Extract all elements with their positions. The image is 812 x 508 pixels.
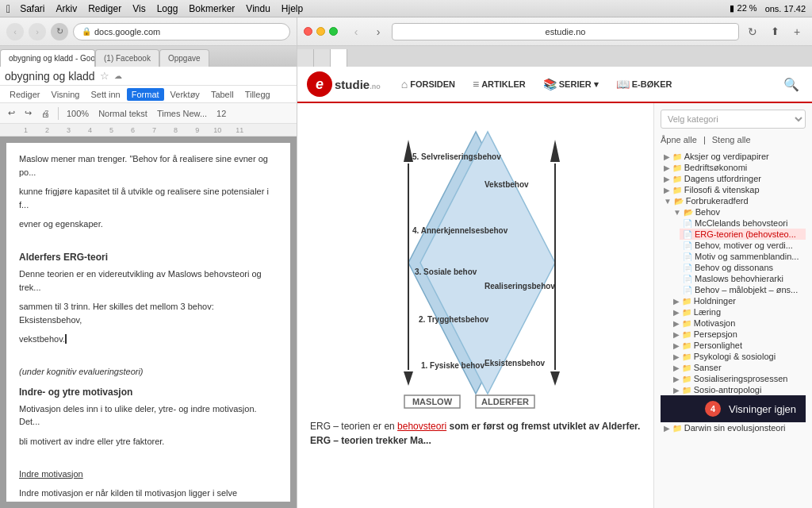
safari-reload-button[interactable]: ↻ [744, 23, 761, 40]
redo-btn[interactable]: ↪ [21, 106, 35, 120]
close-all-link[interactable]: Steng alle [712, 135, 751, 144]
tree-behov[interactable]: ▼ 📂 Behov [670, 206, 806, 217]
reload-button[interactable]: ↻ [51, 23, 68, 40]
menu-verktoy[interactable]: Verktøy [166, 88, 205, 101]
heading-indre: Indre motivasjon [19, 468, 278, 481]
battery-icon: ▮ 22 % [730, 3, 756, 13]
menu-logg[interactable]: Logg [157, 3, 178, 14]
tab-gdocs[interactable]: obygning og kladd - Google Doku... [0, 49, 95, 67]
zoom-select[interactable]: 100% [63, 107, 92, 120]
menu-vindu[interactable]: Vindu [246, 3, 270, 14]
tab-oppbygning[interactable] [314, 49, 331, 67]
tab-oppgave[interactable]: Oppgave [159, 49, 209, 67]
caption-behovsteori-link[interactable]: behovsteori [397, 421, 446, 432]
tree-holdninger-label: Holdninger [694, 296, 736, 306]
menu-rediger[interactable]: Rediger [5, 88, 45, 101]
menu-rediger[interactable]: Rediger [88, 3, 121, 14]
menu-sett-inn[interactable]: Sett inn [86, 88, 124, 101]
menu-tillegg[interactable]: Tillegg [240, 88, 275, 101]
back-button[interactable]: ‹ [6, 23, 24, 40]
tree-holdninger[interactable]: ▶ 📁 Holdninger [670, 295, 806, 306]
font-select[interactable]: Times New... [154, 107, 210, 120]
menu-safari[interactable]: Safari [20, 3, 44, 14]
maximize-window-button[interactable] [329, 27, 338, 36]
nav-artikler[interactable]: ≡ ARTIKLER [465, 75, 534, 94]
close-window-button[interactable] [304, 27, 312, 36]
tree-motivasjon[interactable]: ▶ 📁 Motivasjon [670, 318, 806, 329]
menu-tabell[interactable]: Tabell [206, 88, 239, 101]
minimize-window-button[interactable] [316, 27, 325, 36]
notification-text[interactable]: Visninger igjen [729, 403, 796, 415]
menu-visning[interactable]: Visning [47, 88, 85, 101]
tree-bedrift[interactable]: ▶ 📁 Bedriftsøkonomi [661, 162, 806, 173]
tree-dagens[interactable]: ▶ 📁 Dagens utfordringer [661, 173, 806, 184]
menu-bokmerker[interactable]: Bokmerker [189, 3, 235, 14]
forward-button[interactable]: › [29, 23, 46, 40]
tree-forbruker-label: Forbrukeradferd [686, 196, 749, 206]
tree-motiv[interactable]: 📄 Motiv og sammenblandin... [680, 251, 806, 262]
folder-open-icon: ▼ 📂 [673, 208, 693, 217]
file-icon: 📄 [683, 275, 692, 283]
tree-laering[interactable]: ▶ 📁 Læring [670, 306, 806, 318]
menu-hjelp[interactable]: Hjelp [282, 3, 303, 14]
tree-persepsjon[interactable]: ▶ 📁 Persepsjon [670, 329, 806, 340]
notification-bar: 4 Visninger igjen [661, 395, 806, 422]
size-select[interactable]: 12 [213, 107, 229, 120]
menu-format[interactable]: Format [127, 88, 164, 101]
estudie-header: e studie.no ⌂ FORSIDEN ≡ ARTIKLER 📚 SERI… [297, 67, 812, 103]
tree-psykologi[interactable]: ▶ 📁 Psykologi & sosiologi [670, 351, 806, 362]
tree-psykologi-label: Psykologi & sosiologi [694, 352, 776, 361]
search-button[interactable]: 🔍 [780, 73, 802, 95]
gdocs-title: obygning og kladd [5, 70, 95, 83]
tree-filosofi-label: Filosofi & vitenskap [684, 185, 760, 194]
tree-aksjer[interactable]: ▶ 📁 Aksjer og verdipapirer [661, 151, 806, 162]
open-all-link[interactable]: Åpne alle [661, 135, 697, 144]
safari-forward-button[interactable]: › [370, 23, 387, 40]
nav-forsiden[interactable]: ⌂ FORSIDEN [393, 75, 463, 94]
nav-eboker-label: E-BØKER [632, 79, 672, 89]
estudie-logo[interactable]: e studie.no [307, 71, 381, 97]
separator [58, 107, 59, 120]
nav-serier[interactable]: 📚 SERIER ▾ [535, 75, 607, 94]
nav-eboker[interactable]: 📖 E-BØKER [608, 75, 680, 94]
tree-dissonans[interactable]: 📄 Behov og dissonans [680, 262, 806, 273]
address-bar[interactable]: 🔒 docs.google.com [73, 23, 290, 40]
tab-facebook[interactable]: (1) Facebook [95, 49, 159, 67]
tab-bachelor[interactable] [297, 49, 314, 67]
safari-back-button[interactable]: ‹ [347, 23, 365, 40]
safari-share-button[interactable]: ⬆ [766, 23, 783, 40]
tree-forbruker[interactable]: ▼ 📂 Forbrukeradferd [661, 195, 806, 206]
gdocs-app-bar: obygning og kladd ☆ ☁ [0, 67, 297, 86]
category-select[interactable]: Velg kategori [661, 110, 806, 129]
menu-arkiv[interactable]: Arkiv [56, 3, 77, 14]
folder-icon: ▶ 📁 [673, 386, 691, 394]
tree-sosialisering[interactable]: ▶ 📁 Sosialiseringsprosessen [670, 373, 806, 384]
undo-btn[interactable]: ↩ [5, 106, 18, 120]
menu-vis[interactable]: Vis [132, 3, 145, 14]
paragraph-maslow2: kunne frigjøre kapasitet til å utvikle o… [19, 185, 278, 211]
tree-erg[interactable]: 📄 ERG-teorien (behovsteo... [680, 229, 806, 240]
tree-maslows[interactable]: 📄 Maslows behovhierarki [680, 273, 806, 284]
tree-behov-motiver[interactable]: 📄 Behov, motiver og verdi... [680, 240, 806, 251]
tree-malobjekt[interactable]: 📄 Behov – målobjekt – øns... [680, 284, 806, 295]
folder-icon: ▶ 📁 [664, 175, 682, 183]
tree-sosio[interactable]: ▶ 📁 Sosio-antropologi [670, 384, 806, 395]
tab-erg[interactable] [331, 49, 347, 67]
tree-sanser-label: Sanser [694, 363, 722, 372]
maslow-arrow-bottom [404, 371, 413, 386]
style-select[interactable]: Normal tekst [95, 107, 151, 120]
print-btn[interactable]: 🖨 [38, 107, 53, 120]
tree-personlighet[interactable]: ▶ 📁 Personlighet [670, 340, 806, 351]
diagram-svg: 5. Selvreliseringsbehov 4. Annerkjennels… [329, 116, 622, 410]
safari-new-tab-button[interactable]: + [788, 23, 806, 40]
mac-menubar:  Safari Arkiv Rediger Vis Logg Bokmerke… [0, 0, 812, 17]
logo-studie: studie.no [335, 78, 381, 91]
tree-sanser[interactable]: ▶ 📁 Sanser [670, 362, 806, 373]
tree-mcclelands[interactable]: 📄 McClelands behovsteori [680, 217, 806, 229]
tree-darwin[interactable]: ▶ 📁 Darwin sin evolusjonsteori [661, 422, 806, 433]
file-icon: 📄 [683, 230, 692, 239]
alderfer-diamond [420, 132, 555, 394]
tree-darwin-label: Darwin sin evolusjonsteori [684, 423, 786, 433]
tree-filosofi[interactable]: ▶ 📁 Filosofi & vitenskap [661, 184, 806, 195]
safari-address-bar[interactable]: estudie.no [392, 23, 739, 40]
